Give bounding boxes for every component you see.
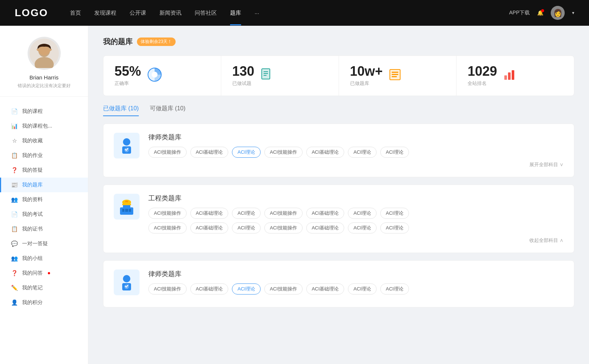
sidebar-item-course-package[interactable]: 📊 我的课程包... <box>0 119 88 133</box>
sidebar-item-testbank[interactable]: 📰 我的题库 <box>0 178 88 192</box>
points-icon: 👤 <box>11 299 18 306</box>
stat-done-banks: 10w+ 已做题库 <box>339 56 457 96</box>
sidebar-profile: Brian Harris 错误的决定比没有决定要好 <box>0 37 88 97</box>
tab-todo-banks[interactable]: 可做题库 (10) <box>150 105 186 116</box>
sidebar-item-groups[interactable]: 👥 我的小组 <box>0 251 88 266</box>
sidebar-item-label: 我的题库 <box>22 182 43 188</box>
tag[interactable]: ACI基础理论 <box>306 147 345 158</box>
logo: LOGO <box>15 7 48 19</box>
tag[interactable]: ACI基础理论 <box>190 208 229 219</box>
avatar <box>28 37 61 70</box>
sidebar-item-my-courses[interactable]: 📄 我的课程 <box>0 104 88 119</box>
sidebar-item-homework[interactable]: 📋 我的作业 <box>0 148 88 163</box>
tag[interactable]: ACI技能操作 <box>148 283 187 295</box>
tag[interactable]: ACI理论 <box>232 222 261 233</box>
sidebar-item-label: 我的小组 <box>22 255 43 262</box>
tag[interactable]: ACI基础理论 <box>190 283 229 295</box>
svg-point-18 <box>123 138 130 146</box>
chat-icon: 💬 <box>11 240 18 247</box>
sidebar-item-certificate[interactable]: 📋 我的证书 <box>0 222 88 236</box>
tag[interactable]: ACI理论 <box>380 147 409 158</box>
tag[interactable]: ACI技能操作 <box>264 283 303 295</box>
stat-value: 10w+ <box>350 65 383 78</box>
tag[interactable]: ACI技能操作 <box>264 208 303 219</box>
notification-dot <box>541 9 544 12</box>
nav-discover[interactable]: 发现课程 <box>94 10 116 17</box>
exam-icon: 📄 <box>11 211 18 218</box>
user-name: Brian Harris <box>7 74 81 81</box>
stat-label: 已做试题 <box>232 80 254 87</box>
tag[interactable]: ACI理论 <box>380 208 409 219</box>
nav-qa[interactable]: 问答社区 <box>195 10 217 17</box>
sidebar-item-materials[interactable]: 👥 我的资料 <box>0 192 88 207</box>
tag[interactable]: ACI基础理论 <box>306 208 345 219</box>
notification-bell-icon[interactable]: 🔔 <box>537 10 543 16</box>
sidebar-item-label: 我的积分 <box>22 299 43 306</box>
bank-card-engineering: 工程类题库 ACI技能操作 ACI基础理论 ACI理论 ACI技能操作 ACI基… <box>103 185 574 253</box>
materials-icon: 👥 <box>11 196 18 203</box>
tag[interactable]: ACI技能操作 <box>148 222 187 233</box>
bank-card-lawyer-1: 律师类题库 ACI技能操作 ACI基础理论 ACI理论 ACI技能操作 ACI基… <box>103 124 574 177</box>
bank-icon-engineering <box>114 194 140 220</box>
tag[interactable]: ACI理论 <box>380 222 409 233</box>
tag[interactable]: ACI基础理论 <box>190 222 229 233</box>
nav-news[interactable]: 新闻资讯 <box>159 10 181 17</box>
expand-link[interactable]: 展开全部科目 ∨ <box>148 161 564 168</box>
stat-label: 已做题库 <box>350 80 383 87</box>
bank-icon-lawyer <box>114 133 140 158</box>
chevron-down-icon[interactable]: ▾ <box>572 10 574 15</box>
sidebar-item-one-on-one[interactable]: 💬 一对一答疑 <box>0 236 88 251</box>
user-motto: 错误的决定比没有决定要好 <box>7 83 81 89</box>
tag[interactable]: ACI理论 <box>348 222 377 233</box>
tag[interactable]: ACI理论 <box>232 208 261 219</box>
nav-testbank[interactable]: 题库 <box>230 10 241 17</box>
sidebar-item-questions[interactable]: ❓ 我的答疑 <box>0 163 88 178</box>
tag[interactable]: ACI基础理论 <box>190 147 229 158</box>
group-icon: 👥 <box>11 255 18 262</box>
collapse-link[interactable]: 收起全部科目 ∧ <box>148 237 564 244</box>
sidebar-item-label: 我的资料 <box>22 196 43 203</box>
tags-row: ACI技能操作 ACI基础理论 ACI理论 ACI技能操作 ACI基础理论 AC… <box>148 283 564 295</box>
svg-rect-24 <box>122 209 124 212</box>
sidebar-menu: 📄 我的课程 📊 我的课程包... ☆ 我的收藏 📋 我的作业 ❓ 我的答疑 📰 <box>0 100 88 314</box>
tag[interactable]: ACI技能操作 <box>148 147 187 158</box>
question-icon: ❓ <box>11 167 18 174</box>
tag[interactable]: ACI技能操作 <box>264 147 303 158</box>
tag[interactable]: ACI理论 <box>348 147 377 158</box>
sidebar-item-points[interactable]: 👤 我的积分 <box>0 295 88 310</box>
tag[interactable]: ACI技能操作 <box>148 208 187 219</box>
nav-opencourse[interactable]: 公开课 <box>130 10 146 17</box>
sidebar-item-my-qa[interactable]: ❓ 我的问答 <box>0 266 88 281</box>
sidebar-item-exams[interactable]: 📄 我的考试 <box>0 207 88 222</box>
tag[interactable]: ACI基础理论 <box>306 222 345 233</box>
sidebar-item-label: 我的考试 <box>22 211 43 218</box>
tag[interactable]: ACI理论 <box>380 283 409 295</box>
testbank-icon: 📰 <box>11 182 18 188</box>
trial-badge: 体验剩余23天！ <box>137 38 176 46</box>
svg-rect-12 <box>392 72 398 73</box>
svg-rect-13 <box>392 74 398 75</box>
avatar[interactable]: 👩 <box>551 6 565 20</box>
tag[interactable]: ACI理论 <box>348 208 377 219</box>
nav-home[interactable]: 首页 <box>70 10 81 17</box>
certificate-icon: 📋 <box>11 226 18 232</box>
page-title-bar: 我的题库 体验剩余23天！ <box>103 37 574 47</box>
notification-dot <box>48 272 50 274</box>
bank-body: 工程类题库 ACI技能操作 ACI基础理论 ACI理论 ACI技能操作 ACI基… <box>148 194 564 244</box>
app-download-button[interactable]: APP下载 <box>509 10 530 16</box>
sidebar-item-notes[interactable]: ✏️ 我的笔记 <box>0 281 88 295</box>
tag[interactable]: ACI理论 <box>348 283 377 295</box>
bank-card-lawyer-2: 律师类题库 ACI技能操作 ACI基础理论 ACI理论 ACI技能操作 ACI基… <box>103 260 574 307</box>
tag-active[interactable]: ACI理论 <box>232 283 261 295</box>
tag[interactable]: ACI基础理论 <box>306 283 345 295</box>
sidebar-item-favorites[interactable]: ☆ 我的收藏 <box>0 133 88 148</box>
svg-rect-25 <box>125 209 128 212</box>
svg-rect-28 <box>122 204 131 205</box>
tab-done-banks[interactable]: 已做题库 (10) <box>103 105 139 116</box>
homework-icon: 📋 <box>11 152 18 159</box>
tag-active[interactable]: ACI理论 <box>232 147 261 158</box>
tag[interactable]: ACI技能操作 <box>264 222 303 233</box>
svg-rect-16 <box>508 72 511 80</box>
tags-row-1: ACI技能操作 ACI基础理论 ACI理论 ACI技能操作 ACI基础理论 AC… <box>148 208 564 219</box>
nav-more[interactable]: ··· <box>254 10 259 16</box>
